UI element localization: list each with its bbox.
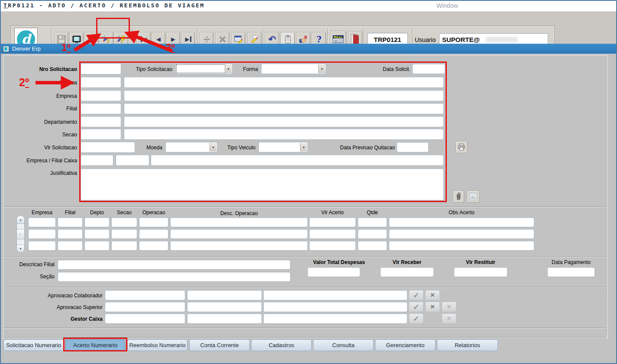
- cancelar-gestor-button[interactable]: ×: [442, 313, 456, 324]
- tipo-solicitacao-select[interactable]: ▼: [175, 64, 233, 74]
- cell-filial[interactable]: [58, 217, 83, 227]
- filial-code-input[interactable]: [81, 103, 121, 114]
- secao-name-input[interactable]: [124, 129, 444, 140]
- cell-empresa[interactable]: [28, 229, 56, 239]
- gestor-caixa-user-input[interactable]: [105, 313, 185, 324]
- gestor-caixa-data-input[interactable]: [187, 313, 262, 324]
- empresa-code-input[interactable]: [81, 90, 121, 101]
- aprovacao-colaborador-data-input[interactable]: [187, 290, 262, 300]
- valor-total-despesas-input[interactable]: [307, 267, 360, 277]
- reprovar-superior-button[interactable]: ×: [425, 302, 440, 312]
- tipo-veiculo-label: Tipo Veiculo: [221, 145, 255, 151]
- image-button[interactable]: [467, 190, 480, 203]
- aprovacao-colaborador-obs-input[interactable]: [263, 290, 407, 300]
- cell-operacao[interactable]: [139, 241, 168, 251]
- cell-secao[interactable]: [111, 241, 137, 251]
- aprovar-gestor-button[interactable]: ✓: [409, 313, 423, 324]
- cell-operacao[interactable]: [139, 229, 168, 239]
- cancelar-superior-button[interactable]: ×: [442, 302, 456, 312]
- aprovacao-superior-obs-input[interactable]: [263, 302, 407, 312]
- menu-item-window[interactable]: Window: [436, 2, 458, 9]
- vlr-receber-input[interactable]: [380, 267, 434, 277]
- cell-qtde[interactable]: [358, 229, 387, 239]
- cell-depto[interactable]: [84, 217, 110, 227]
- cell-qtde[interactable]: [358, 217, 387, 227]
- filial-caixa-input[interactable]: [116, 155, 149, 166]
- tab-relatorios[interactable]: Relatorios: [437, 339, 498, 351]
- aprovacao-superior-data-input[interactable]: [187, 302, 262, 312]
- wand-question-icon: ?: [101, 34, 112, 45]
- cell-vlr-acerto[interactable]: [309, 241, 356, 251]
- cell-qtde[interactable]: [358, 241, 387, 251]
- data-pagamento-input[interactable]: [547, 267, 595, 277]
- vlr-restituir-input[interactable]: [454, 267, 507, 277]
- print-request-button[interactable]: [455, 141, 468, 153]
- secao-descricao-input[interactable]: [58, 272, 291, 282]
- cell-filial[interactable]: [58, 229, 83, 239]
- cell-obs-acerto[interactable]: [389, 241, 534, 251]
- cell-obs-acerto[interactable]: [389, 229, 534, 239]
- caixa-descricao-input[interactable]: [151, 155, 444, 166]
- pessoa-code-input[interactable]: [81, 77, 121, 88]
- cell-vlr-acerto[interactable]: [309, 217, 356, 227]
- chevron-down-icon[interactable]: ▼: [210, 143, 216, 151]
- cell-depto[interactable]: [84, 229, 110, 239]
- grid-header-filial: Filial: [58, 209, 83, 216]
- aprovacao-colaborador-user-input[interactable]: [105, 290, 185, 300]
- tab-cadastros[interactable]: Cadastros: [251, 339, 312, 351]
- moeda-select[interactable]: ▼: [165, 142, 217, 152]
- chevron-down-icon[interactable]: ▼: [318, 64, 325, 73]
- vlr-solicitacao-input[interactable]: [81, 142, 135, 153]
- forma-select[interactable]: ▼: [261, 64, 326, 74]
- scroll-thumb[interactable]: ∕∕: [17, 229, 24, 239]
- aprovacao-superior-user-input[interactable]: [105, 302, 185, 312]
- filial-name-input[interactable]: [124, 103, 444, 114]
- scroll-down-button[interactable]: ▼: [17, 245, 24, 252]
- cell-desc-operacao[interactable]: [170, 217, 308, 227]
- reprovar-colaborador-button[interactable]: ×: [425, 290, 440, 300]
- cell-secao[interactable]: [111, 229, 137, 239]
- tab-reembolso-numerario[interactable]: Reembolso Numerario: [127, 339, 187, 351]
- clipboard-icon: [283, 34, 293, 45]
- pessoa-name-input[interactable]: [124, 77, 444, 88]
- tipo-veiculo-select[interactable]: ▼: [258, 142, 308, 152]
- cell-filial[interactable]: [58, 241, 83, 251]
- scroll-up-button[interactable]: ▲: [17, 216, 24, 224]
- cell-desc-operacao[interactable]: [170, 229, 308, 239]
- cell-obs-acerto[interactable]: [389, 217, 534, 227]
- cell-vlr-acerto[interactable]: [309, 229, 356, 239]
- cell-operacao[interactable]: [139, 217, 168, 227]
- cell-secao[interactable]: [111, 217, 137, 227]
- justificativa-textarea[interactable]: [81, 168, 444, 200]
- tab-solicitacao-numerario[interactable]: Solicitacao Numerario: [3, 339, 64, 351]
- attachment-button[interactable]: [453, 190, 464, 203]
- data-previsao-quitacao-input[interactable]: [397, 142, 429, 152]
- chevron-down-icon[interactable]: ▼: [225, 64, 232, 73]
- cell-desc-operacao[interactable]: [170, 241, 308, 251]
- secao-code-input[interactable]: [81, 129, 121, 140]
- window-title: TRP0121 - ADTO / ACERTO / REEMBOLSO DE V…: [3, 2, 205, 9]
- aprovar-superior-button[interactable]: ✓: [409, 302, 423, 312]
- tab-gerenciamento[interactable]: Gerenciamento: [375, 339, 436, 351]
- descricao-filial-input[interactable]: [58, 260, 291, 270]
- gestor-caixa-obs-input[interactable]: [263, 313, 407, 324]
- vlr-receber-label: Vlr Receber: [380, 259, 434, 265]
- departamento-name-input[interactable]: [124, 116, 444, 127]
- empresa-name-input[interactable]: [124, 90, 444, 101]
- descricao-filial-label: Descricao Filial: [4, 261, 55, 267]
- cell-empresa[interactable]: [28, 241, 56, 251]
- chevron-down-icon[interactable]: ▼: [300, 143, 307, 151]
- nro-solicitacao-input[interactable]: [81, 63, 121, 74]
- aprovar-colaborador-button[interactable]: ✓: [409, 290, 423, 300]
- tab-acerto-numerario[interactable]: Acerto Numerario: [65, 339, 125, 351]
- cell-empresa[interactable]: [28, 217, 56, 227]
- data-solicit-input[interactable]: [412, 64, 445, 74]
- secao-label: Secao: [4, 132, 77, 138]
- tab-conta-corrente[interactable]: Conta Corrente: [189, 339, 250, 351]
- empresa-label: Empresa: [4, 93, 77, 99]
- grid-scrollbar[interactable]: ▲ ∕∕ ▼: [16, 216, 25, 253]
- tab-consulta[interactable]: Consulta: [313, 339, 374, 351]
- departamento-code-input[interactable]: [81, 116, 121, 127]
- empresa-caixa-input[interactable]: [81, 155, 113, 166]
- cell-depto[interactable]: [84, 241, 110, 251]
